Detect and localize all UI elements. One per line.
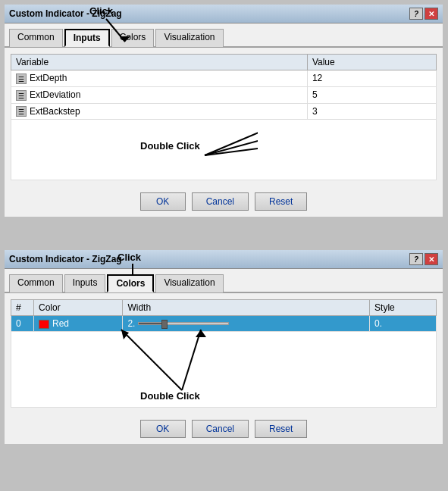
table-row[interactable]: ☰ExtDeviation 5 (11, 86, 437, 103)
row-icon: ☰ (16, 90, 27, 101)
value-cell: 5 (307, 86, 436, 103)
value-cell: 3 (307, 103, 436, 120)
index-cell: 0 (11, 316, 34, 332)
tab-colors[interactable]: Colors (111, 29, 155, 47)
top-dialog-footer: OK Cancel Reset (5, 186, 443, 217)
close-button[interactable]: ✕ (425, 8, 438, 20)
col-value: Value (307, 55, 436, 70)
col-index: # (11, 300, 34, 316)
top-dialog-content: Variable Value ☰ExtDepth 12 ☰ExtDeviatio… (5, 48, 443, 186)
bottom-help-button[interactable]: ? (409, 253, 423, 265)
col-variable: Variable (11, 55, 308, 70)
top-click-label: Click (89, 5, 113, 17)
bottom-tab-inputs[interactable]: Inputs (64, 274, 106, 292)
reset-button[interactable]: Reset (255, 192, 307, 211)
variable-cell: ☰ExtDepth (11, 70, 308, 87)
bottom-tab-colors[interactable]: Colors (107, 274, 154, 292)
bottom-dialog-title: Custom Indicator - ZigZag (9, 254, 122, 264)
titlebar-buttons: ? ✕ (409, 8, 438, 20)
bottom-titlebar-buttons: ? ✕ (409, 253, 438, 265)
top-dialog: Custom Indicator - ZigZag ? ✕ Common Inp… (5, 5, 443, 217)
color-table-row[interactable]: 0 Red 2. (11, 316, 437, 332)
variable-cell: ☰ExtDeviation (11, 86, 308, 103)
row-icon: ☰ (16, 73, 27, 84)
color-swatch (39, 320, 49, 329)
bottom-dialog-footer: OK Cancel Reset (5, 414, 443, 444)
bottom-reset-button[interactable]: Reset (255, 420, 307, 438)
bottom-dblclick-label: Double Click (140, 390, 200, 402)
empty-row (11, 120, 437, 180)
colors-table: # Color Width Style 0 Red 2. (11, 299, 437, 408)
width-slider-cell: 2. (127, 318, 365, 329)
tab-visualization[interactable]: Visualization (155, 29, 223, 47)
style-cell: 0. (370, 316, 437, 332)
col-color: Color (34, 300, 123, 316)
bottom-tab-visualization[interactable]: Visualization (155, 274, 223, 292)
bottom-tabs-row: Common Inputs Colors Visualization (5, 269, 443, 293)
bottom-tab-common[interactable]: Common (9, 274, 63, 292)
ok-button[interactable]: OK (140, 192, 186, 211)
width-slider[interactable] (138, 322, 229, 325)
table-row[interactable]: ☰ExtBackstep 3 (11, 103, 437, 120)
tab-common[interactable]: Common (9, 29, 63, 47)
empty-row (11, 332, 437, 408)
help-button[interactable]: ? (409, 8, 423, 20)
color-cell: Red (34, 316, 123, 332)
value-cell: 12 (307, 70, 436, 87)
bottom-dialog-content: # Color Width Style 0 Red 2. (5, 293, 443, 414)
bottom-close-button[interactable]: ✕ (425, 253, 438, 265)
cancel-button[interactable]: Cancel (192, 192, 249, 211)
row-icon: ☰ (16, 106, 27, 117)
col-width: Width (123, 300, 370, 316)
top-dialog-titlebar: Custom Indicator - ZigZag ? ✕ (5, 5, 443, 23)
page-wrapper: Custom Indicator - ZigZag ? ✕ Common Inp… (0, 0, 448, 491)
top-dblclick-label: Double Click (140, 140, 200, 152)
slider-thumb[interactable] (161, 320, 168, 329)
bottom-dialog: Custom Indicator - ZigZag ? ✕ Common Inp… (5, 250, 443, 444)
tab-inputs[interactable]: Inputs (64, 29, 110, 47)
top-tabs-row: Common Inputs Colors Visualization (5, 23, 443, 48)
inputs-table: Variable Value ☰ExtDepth 12 ☰ExtDeviatio… (11, 54, 437, 180)
bottom-cancel-button[interactable]: Cancel (192, 420, 249, 438)
bottom-dialog-titlebar: Custom Indicator - ZigZag ? ✕ (5, 250, 443, 269)
bottom-click-label: Click (117, 252, 141, 263)
col-style: Style (370, 300, 437, 316)
table-row[interactable]: ☰ExtDepth 12 (11, 70, 437, 87)
width-cell: 2. (123, 316, 370, 332)
variable-cell: ☰ExtBackstep (11, 103, 308, 120)
bottom-ok-button[interactable]: OK (140, 420, 186, 438)
